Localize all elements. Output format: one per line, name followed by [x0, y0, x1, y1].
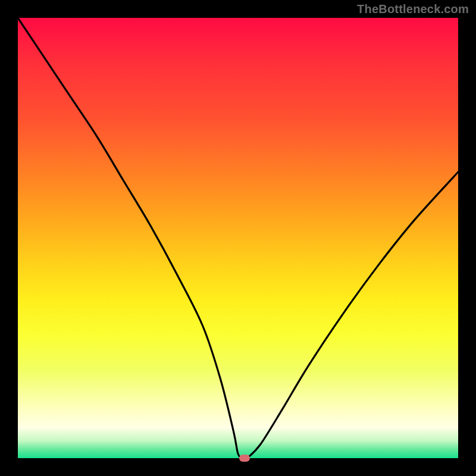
- bottleneck-curve: [18, 18, 458, 458]
- optimum-marker: [239, 455, 250, 462]
- attribution-text: TheBottleneck.com: [357, 2, 469, 16]
- plot-area: [18, 18, 458, 458]
- chart-frame: TheBottleneck.com: [0, 0, 476, 476]
